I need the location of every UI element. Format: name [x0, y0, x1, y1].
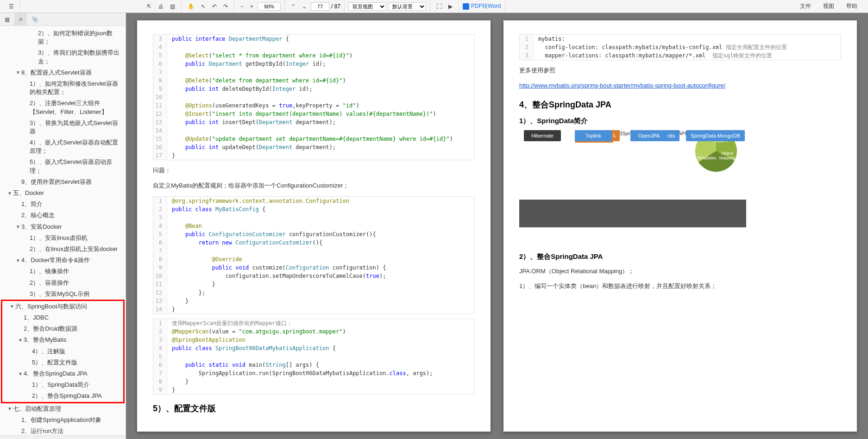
code-line: 1使用MapperScan批量扫描所有的Mapper接口； [153, 319, 474, 327]
outline-item[interactable]: 2、核心概念 [0, 210, 126, 221]
code-line: 10 configuration.setMapUnderscoreToCamel… [153, 272, 474, 280]
page-viewport[interactable]: 3public interface DepartmentMapper {45 @… [126, 13, 868, 439]
mybatis-doc-link[interactable]: http://www.mybatis.org/spring-boot-start… [519, 82, 725, 89]
code-line: 2@MapperScan(value = "com.atguigu.spring… [153, 327, 474, 336]
tree-toggle-icon[interactable]: ▼ [6, 406, 13, 411]
outline-item[interactable]: 1）、如何定制和修改Servlet容器的相关配置； [0, 78, 126, 98]
zoom-out-icon[interactable]: − [238, 2, 246, 11]
outline-label: 2、运行run方法 [21, 427, 124, 435]
zoom-in-icon[interactable]: + [248, 2, 256, 11]
code-line: 14} [153, 305, 474, 314]
outline-tab[interactable]: ≡ [14, 13, 27, 25]
outline-tree: 2）、如何定制错误的json数据；3）、将我们的定制数据携带出去；▼8、配置嵌入… [0, 26, 126, 435]
outline-item[interactable]: 4）、嵌入式Servlet容器自动配置原理； [0, 137, 126, 157]
outline-item[interactable]: 3）、安装MySQL示例 [0, 288, 126, 300]
outline-label: 1）、镜像操作 [30, 267, 124, 276]
outline-item[interactable]: 4）、注解版 [2, 346, 123, 357]
outline-item[interactable]: 9、使用外置的Servlet容器 [0, 176, 126, 188]
code-block-mapperscan: 1使用MapperScan批量扫描所有的Mapper接口；2@MapperSca… [153, 319, 475, 395]
print-icon[interactable]: 🖨 [156, 2, 166, 11]
outline-item[interactable]: 2）、容器操作 [0, 277, 126, 288]
outline-item[interactable]: ▼六、SpringBoot与数据访问 [2, 301, 123, 312]
outline-item[interactable]: 2）、整合SpringData JPA [2, 390, 123, 401]
view-mode-select[interactable]: 双页视图 [348, 2, 386, 11]
next-page-icon[interactable]: ⌄ [300, 2, 309, 11]
code-line: 12 @Insert("insert into department(depar… [153, 110, 474, 118]
outline-item[interactable]: ▼4、整合SpringData JPA [2, 368, 123, 379]
menu-file[interactable]: 文件 [798, 1, 813, 12]
outline-item[interactable]: 1）、镜像操作 [0, 266, 126, 277]
export-icon[interactable]: ⇱ [145, 2, 154, 11]
outline-label: 1、JDBC [24, 314, 121, 322]
code-line: 8 } [153, 377, 474, 386]
outline-item[interactable]: ▼七、启动配置原理 [0, 403, 126, 414]
code-line: 16 public int updateDept(Department depa… [153, 143, 474, 151]
page-right: 1mybatis:2 config-location: classpath:my… [503, 20, 857, 432]
outline-label: 4、Docker常用命令&操作 [21, 256, 124, 264]
thumbnail-tab[interactable]: ▦ [0, 13, 14, 25]
slideshow-icon[interactable]: ▶ [446, 2, 455, 11]
outline-label: 1）、如何定制和修改Servlet容器的相关配置； [30, 80, 124, 96]
outline-label: 3）、将我们的定制数据携带出去； [38, 49, 124, 65]
tree-toggle-icon[interactable]: ▼ [17, 338, 24, 343]
page-setup-icon[interactable]: ▥ [168, 2, 177, 11]
menu-help[interactable]: 帮助 [844, 1, 860, 12]
sidebar-tabs: ▦ ≡ 📎 [0, 13, 126, 26]
rotate-ccw-icon[interactable]: ↶ [210, 2, 219, 11]
outline-item[interactable]: ▼3、安装Docker [0, 221, 126, 232]
outline-item[interactable]: 2、整合Druid数据源 [2, 323, 123, 334]
sidebar-toggle-icon[interactable]: ☰ [6, 2, 16, 11]
tree-toggle-icon[interactable]: ▼ [17, 371, 24, 376]
springdata-diagram: Application 使用SpringData统一数据访问API Spring… [519, 130, 841, 246]
outline-label: 1、简介 [21, 200, 124, 208]
code-line: 4 [153, 43, 474, 51]
outline-item[interactable]: 1、创建SpringApplication对象 [0, 414, 126, 426]
sidebar-scrollbar[interactable] [0, 435, 126, 439]
outline-item[interactable]: 1、JDBC [2, 312, 123, 323]
outline-item[interactable]: 3）、将我们的定制数据携带出去； [0, 47, 126, 67]
heading-sd-jpa: 2）、整合SpringData JPA [519, 252, 841, 261]
code-line: 1@org.springframework.context.annotation… [153, 197, 474, 205]
bg-mode-select[interactable]: 默认背景 [388, 2, 426, 11]
code-line: 8 @Override [153, 255, 474, 263]
outline-item[interactable]: 2）、如何定制错误的json数据； [0, 28, 126, 47]
attachment-tab[interactable]: 📎 [27, 13, 43, 25]
prev-page-icon[interactable]: ⌃ [289, 2, 298, 11]
code-line: 9 public void customize(Configuration co… [153, 263, 474, 272]
tree-toggle-icon[interactable]: ▼ [6, 191, 13, 196]
outline-item[interactable]: 5）、嵌入式Servlet容器启动原理； [0, 157, 126, 176]
outline-item[interactable]: 2）、在linux虚拟机上安装docker [0, 244, 126, 255]
paragraph: JPA:ORM（Object Relational Mapping）； [519, 267, 841, 276]
code-line: 17} [153, 151, 474, 160]
menu-view[interactable]: 视图 [821, 1, 837, 12]
select-icon[interactable]: ↖ [199, 2, 208, 11]
tree-toggle-icon[interactable]: ▼ [9, 304, 15, 309]
hand-icon[interactable]: ✋ [185, 2, 197, 11]
fullscreen-icon[interactable]: ⛶ [434, 2, 444, 11]
outline-item[interactable]: 5）、配置文件版 [2, 357, 123, 368]
rotate-cw-icon[interactable]: ↷ [221, 2, 230, 11]
code-line: 4public class SpringBoot06DataMybatisApp… [153, 344, 474, 352]
tree-toggle-icon[interactable]: ▼ [15, 70, 21, 75]
outline-label: 9、使用外置的Servlet容器 [21, 178, 124, 186]
outline-item[interactable]: ▼3、整合MyBatis [2, 334, 123, 345]
outline-item[interactable]: 2、运行run方法 [0, 426, 126, 435]
outline-item[interactable]: 2）、注册Servlet三大组件【Servlet、Filter、Listener… [0, 98, 126, 117]
page-total: / 87 [331, 3, 340, 10]
code-block-yml: 1mybatis:2 config-location: classpath:my… [519, 34, 841, 60]
tree-toggle-icon[interactable]: ▼ [15, 224, 21, 229]
box-openjpa: OpenJPA [630, 130, 667, 141]
outline-item[interactable]: 3）、替换为其他嵌入式Servlet容器 [0, 118, 126, 137]
outline-item[interactable]: 1、简介 [0, 199, 126, 210]
tree-toggle-icon[interactable]: ▼ [15, 258, 21, 263]
outline-item[interactable]: ▼8、配置嵌入式Servlet容器 [0, 67, 126, 78]
zoom-input[interactable] [258, 2, 281, 11]
page-input[interactable] [311, 2, 329, 11]
pdf-to-word-button[interactable]: PDF转Word [463, 2, 501, 10]
heading-config-file: 5）、配置文件版 [153, 403, 475, 414]
sidebar: ▦ ≡ 📎 2）、如何定制错误的json数据；3）、将我们的定制数据携带出去；▼… [0, 13, 126, 439]
outline-item[interactable]: ▼五、Docker [0, 188, 126, 199]
outline-item[interactable]: 1）、SpringData简介 [2, 379, 123, 390]
outline-item[interactable]: ▼4、Docker常用命令&操作 [0, 255, 126, 266]
outline-item[interactable]: 1）、安装linux虚拟机 [0, 232, 126, 244]
